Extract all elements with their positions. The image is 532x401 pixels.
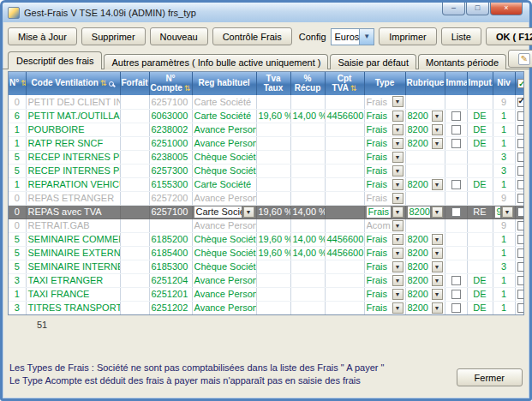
chevron-down-icon[interactable]: ▼ [359,29,374,45]
niv-combobox[interactable]: 9▼ [495,206,513,218]
rubrique-combobox[interactable]: 8200▼ [408,288,443,301]
type-combobox[interactable]: Frais▼ [367,178,403,191]
dropdown-arrow-icon[interactable]: ▼ [432,138,443,149]
immat-checkbox[interactable] [451,139,461,148]
dropdown-arrow-icon[interactable]: ▼ [432,289,443,300]
row-checkbox[interactable] [517,248,525,258]
dropdown-arrow-icon[interactable]: ▼ [392,124,403,135]
col-header-code-ventilation[interactable]: Code Ventilation⇅ [26,72,120,95]
col-header-num[interactable]: N°⇅ [9,72,26,95]
control-frais-button[interactable]: Contrôle Frais [212,27,292,45]
table-row[interactable]: 6PETIT MAT./OUTILLAG6063000Carte Société… [9,109,524,123]
row-checkbox[interactable] [517,153,525,162]
dropdown-arrow-icon[interactable]: ▼ [392,193,403,204]
immat-checkbox[interactable] [451,125,461,135]
sort-icon[interactable]: ⇅ [184,84,191,93]
type-combobox[interactable]: Frais▼ [367,260,403,273]
type-combobox[interactable]: Frais▼ [367,123,403,136]
rubrique-combobox[interactable]: 8200▼ [408,123,443,136]
dropdown-arrow-icon[interactable]: ▼ [392,302,403,314]
table-row[interactable]: 5SEMINAIRE COMMERCI6185200Chèque Société… [9,232,524,246]
type-combobox[interactable]: Frais▼ [367,110,403,123]
col-header-check[interactable]: ✓ [515,72,524,95]
col-header-tva-taux[interactable]: Tva Taux [256,72,290,95]
rubrique-combobox[interactable]: 8200▼ [408,302,443,314]
row-checkbox[interactable] [517,111,525,121]
row-checkbox[interactable] [517,194,525,203]
type-combobox[interactable]: Frais▼ [367,137,403,150]
tab-autres-parametres[interactable]: Autres paramètres ( Info bulle active un… [104,54,328,69]
dropdown-arrow-icon[interactable]: ▼ [392,261,403,272]
fermer-button[interactable]: Fermer [457,368,523,386]
dropdown-arrow-icon[interactable]: ▼ [432,234,443,245]
dropdown-arrow-icon[interactable]: ▼ [432,302,443,314]
immat-checkbox[interactable] [451,303,461,313]
row-checkbox[interactable] [517,221,525,230]
type-combobox[interactable]: Frais▼ [367,192,403,205]
dropdown-arrow-icon[interactable]: ▼ [392,275,403,286]
row-checkbox[interactable] [517,290,525,299]
new-button[interactable]: Nouveau [150,27,208,45]
row-checkbox[interactable] [517,262,525,272]
row-checkbox[interactable] [517,180,525,189]
dropdown-arrow-icon[interactable]: ▼ [392,289,403,300]
reg-combobox[interactable]: Carte Société▼ [194,206,254,218]
tab-descriptif-des-frais[interactable]: Descriptif des frais [8,51,102,69]
table-row[interactable]: 3TITRES TRANSPORT E6251202Avance Personn… [9,301,524,314]
dropdown-arrow-icon[interactable]: ▼ [392,138,403,149]
type-combobox[interactable]: Frais▼ [367,288,403,301]
col-header-reg-habituel[interactable]: Reg habituel [192,72,256,95]
tab-montants-periode[interactable]: Montants période [418,54,506,69]
dropdown-arrow-icon[interactable]: ▼ [432,179,443,190]
row-checkbox[interactable] [517,303,525,313]
immat-checkbox[interactable] [451,111,461,121]
dropdown-arrow-icon[interactable]: ▼ [392,234,403,245]
config-combobox[interactable]: Euros ▼ [331,28,375,45]
minimize-button[interactable]: – [442,3,465,15]
table-row[interactable]: 0REPAS ETRANGER6257200Avance PersonnFrai… [9,191,524,205]
immat-checkbox[interactable] [451,207,461,217]
dropdown-arrow-icon[interactable]: ▼ [432,261,443,272]
type-combobox[interactable]: Frais▼ [367,151,403,164]
rubrique-combobox[interactable]: 8200▼ [408,110,443,123]
type-combobox[interactable]: Frais▼ [367,302,403,314]
col-header-rubrique[interactable]: Rubrique⇅ [405,72,445,95]
col-header-imput[interactable]: Imput. [467,72,493,95]
dropdown-arrow-icon[interactable]: ▼ [392,111,403,122]
rubrique-combobox[interactable]: 8200▼ [408,247,443,260]
col-header-immat[interactable]: Immat [445,72,467,95]
table-row[interactable]: 0REPAS avec TVA6257100Carte Société▼19,6… [9,205,524,218]
table-row[interactable]: 1POURBOIRE6238002Avance PersonnFrais▼820… [9,123,524,136]
row-checkbox[interactable]: ✓ [517,98,525,107]
dropdown-arrow-icon[interactable]: ▼ [502,206,513,218]
dropdown-arrow-icon[interactable]: ▼ [392,248,403,259]
dropdown-arrow-icon[interactable]: ▼ [392,96,403,107]
rubrique-combobox[interactable]: 8200▼ [408,233,443,246]
rubrique-combobox[interactable]: 8200▼ [408,137,443,150]
sort-icon[interactable]: ⇅ [21,79,26,87]
immat-checkbox[interactable] [451,290,461,299]
row-checkbox[interactable] [517,125,525,135]
table-row[interactable]: 5RECEP INTERNES PER6238005Chèque Société… [9,150,524,164]
table-row[interactable]: 1TAXI FRANCE6251201Avance PersonnFrais▼8… [9,287,524,301]
dropdown-arrow-icon[interactable]: ▼ [392,179,403,190]
type-combobox[interactable]: Frais▼ [367,206,403,218]
dropdown-arrow-icon[interactable]: ▼ [392,220,403,231]
rubrique-combobox[interactable]: 8200▼ [408,260,443,273]
row-checkbox[interactable] [517,166,525,176]
delete-button[interactable]: Supprimer [81,27,146,45]
title-bar[interactable]: Gest-Frais V TSE 14.09i (ADMIN) frs_typ … [3,3,529,22]
table-row[interactable]: 5RECEP INTERNES PRO6257300Chèque Société… [9,164,524,177]
table-row[interactable]: 5SEMINAIRE INTERNE6185300Chèque SociétéF… [9,260,524,273]
maximize-button[interactable]: □ [466,3,489,15]
dropdown-arrow-icon[interactable]: ▼ [243,206,254,218]
row-checkbox[interactable] [517,235,525,244]
rubrique-combobox[interactable]: 8200▼ [408,206,443,218]
rubrique-combobox[interactable]: 8200▼ [408,274,443,287]
col-header-niv[interactable]: Niv [493,72,515,95]
update-button[interactable]: Mise à Jour [8,27,77,45]
type-combobox[interactable]: Frais▼ [367,274,403,287]
row-checkbox[interactable] [517,207,525,217]
col-header-cpt-tva[interactable]: Cpt TVA⇅ [325,72,364,95]
dropdown-arrow-icon[interactable]: ▼ [392,165,403,177]
